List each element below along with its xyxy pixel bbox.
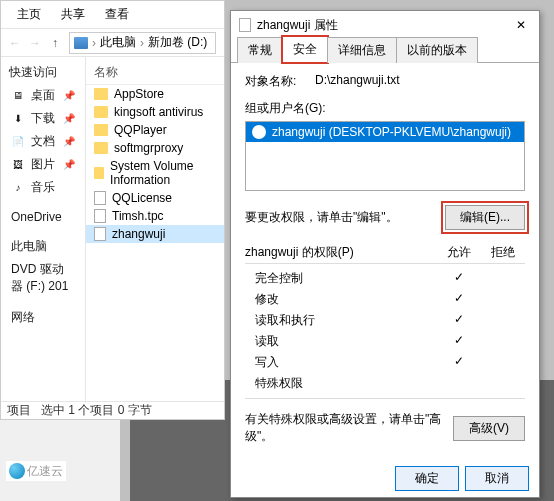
permission-row: 读取 xyxy=(245,331,525,352)
address-bar-row: ← → ↑ › 此电脑 › 新加卷 (D:) xyxy=(1,29,224,57)
folder-icon xyxy=(94,106,108,118)
pc-icon xyxy=(74,37,88,49)
address-bar[interactable]: › 此电脑 › 新加卷 (D:) xyxy=(69,32,216,54)
explorer-window: 主页 共享 查看 ← → ↑ › 此电脑 › 新加卷 (D:) 快速访问 🖥桌面… xyxy=(0,0,225,420)
file-row[interactable]: zhangwuji xyxy=(86,225,224,243)
file-row[interactable]: AppStore xyxy=(86,85,224,103)
sidebar-item-thispc[interactable]: 此电脑 xyxy=(1,235,85,258)
desktop-icon: 🖥 xyxy=(11,89,25,103)
tab-view[interactable]: 查看 xyxy=(95,3,139,26)
breadcrumb-sep: › xyxy=(140,36,144,50)
status-items: 项目 xyxy=(7,402,31,419)
dialog-title: zhangwuji 属性 xyxy=(257,17,505,34)
deny-check xyxy=(481,375,525,392)
file-name: softmgrproxy xyxy=(114,141,183,155)
permission-label: 完全控制 xyxy=(245,270,437,287)
tab-security[interactable]: 安全 xyxy=(282,36,328,63)
sidebar-item-pictures[interactable]: 🖼图片📌 xyxy=(1,153,85,176)
user-list[interactable]: zhangwuji (DESKTOP-PKLVEMU\zhangwuji) xyxy=(245,121,525,191)
breadcrumb-sep: › xyxy=(92,36,96,50)
tab-share[interactable]: 共享 xyxy=(51,3,95,26)
permission-label: 特殊权限 xyxy=(245,375,437,392)
file-name: QQLicense xyxy=(112,191,172,205)
file-icon xyxy=(239,18,251,32)
globe-icon xyxy=(9,463,25,479)
file-list: 名称 AppStorekingsoft antivirusQQPlayersof… xyxy=(86,57,224,403)
permissions-header: zhangwuji 的权限(P) xyxy=(245,244,437,261)
sidebar-item-desktop[interactable]: 🖥桌面📌 xyxy=(1,84,85,107)
edit-button[interactable]: 编辑(E)... xyxy=(445,205,525,230)
breadcrumb-drive[interactable]: 新加卷 (D:) xyxy=(148,34,207,51)
pin-icon: 📌 xyxy=(63,90,75,101)
allow-check xyxy=(437,354,481,371)
deny-check xyxy=(481,270,525,287)
advanced-hint: 有关特殊权限或高级设置，请单击"高级"。 xyxy=(245,411,453,445)
file-row[interactable]: kingsoft antivirus xyxy=(86,103,224,121)
deny-check xyxy=(481,312,525,329)
permission-row: 修改 xyxy=(245,289,525,310)
dialog-titlebar: zhangwuji 属性 ✕ xyxy=(231,11,539,39)
cancel-button[interactable]: 取消 xyxy=(465,466,529,491)
ok-button[interactable]: 确定 xyxy=(395,466,459,491)
permission-row: 特殊权限 xyxy=(245,373,525,394)
file-name: System Volume Information xyxy=(110,159,216,187)
allow-check xyxy=(437,291,481,308)
file-name: kingsoft antivirus xyxy=(114,105,203,119)
object-name-value: D:\zhangwuji.txt xyxy=(315,73,400,90)
deny-check xyxy=(481,354,525,371)
sidebar-item-onedrive[interactable]: OneDrive xyxy=(1,207,85,227)
permission-label: 读取和执行 xyxy=(245,312,437,329)
pin-icon: 📌 xyxy=(63,113,75,124)
nav-back-icon[interactable]: ← xyxy=(5,33,25,53)
file-icon xyxy=(94,227,106,241)
user-list-item[interactable]: zhangwuji (DESKTOP-PKLVEMU\zhangwuji) xyxy=(246,122,524,142)
permission-row: 读取和执行 xyxy=(245,310,525,331)
user-name: zhangwuji (DESKTOP-PKLVEMU\zhangwuji) xyxy=(272,125,511,139)
explorer-sidebar: 快速访问 🖥桌面📌 ⬇下载📌 📄文档📌 🖼图片📌 ♪音乐 OneDrive 此电… xyxy=(1,57,86,403)
document-icon: 📄 xyxy=(11,135,25,149)
permission-row: 写入 xyxy=(245,352,525,373)
sidebar-item-label: OneDrive xyxy=(11,210,62,224)
nav-up-icon[interactable]: ↑ xyxy=(45,33,65,53)
breadcrumb-pc[interactable]: 此电脑 xyxy=(100,34,136,51)
file-row[interactable]: softmgrproxy xyxy=(86,139,224,157)
permission-label: 写入 xyxy=(245,354,437,371)
file-row[interactable]: System Volume Information xyxy=(86,157,224,189)
column-header-name[interactable]: 名称 xyxy=(86,61,224,85)
allow-check xyxy=(437,375,481,392)
sidebar-item-label: 桌面 xyxy=(31,87,55,104)
deny-header: 拒绝 xyxy=(481,244,525,261)
sidebar-item-dvd[interactable]: DVD 驱动器 (F:) 201 xyxy=(1,258,85,298)
tab-general[interactable]: 常规 xyxy=(237,37,283,63)
tab-home[interactable]: 主页 xyxy=(7,3,51,26)
pin-icon: 📌 xyxy=(63,136,75,147)
advanced-button[interactable]: 高级(V) xyxy=(453,416,525,441)
user-icon xyxy=(252,125,266,139)
sidebar-item-label: 图片 xyxy=(31,156,55,173)
quick-access-header[interactable]: 快速访问 xyxy=(1,61,85,84)
file-row[interactable]: QQPlayer xyxy=(86,121,224,139)
sidebar-item-label: 文档 xyxy=(31,133,55,150)
pin-icon: 📌 xyxy=(63,159,75,170)
tab-previous[interactable]: 以前的版本 xyxy=(396,37,478,63)
sidebar-item-music[interactable]: ♪音乐 xyxy=(1,176,85,199)
object-name-label: 对象名称: xyxy=(245,73,305,90)
deny-check xyxy=(481,291,525,308)
sidebar-item-downloads[interactable]: ⬇下载📌 xyxy=(1,107,85,130)
file-name: zhangwuji xyxy=(112,227,165,241)
file-row[interactable]: QQLicense xyxy=(86,189,224,207)
sidebar-item-label: 此电脑 xyxy=(11,238,47,255)
nav-forward-icon[interactable]: → xyxy=(25,33,45,53)
sidebar-item-network[interactable]: 网络 xyxy=(1,306,85,329)
sidebar-item-label: 网络 xyxy=(11,309,35,326)
allow-check xyxy=(437,312,481,329)
file-row[interactable]: Timsh.tpc xyxy=(86,207,224,225)
tab-details[interactable]: 详细信息 xyxy=(327,37,397,63)
sidebar-item-documents[interactable]: 📄文档📌 xyxy=(1,130,85,153)
status-bar: 项目 选中 1 个项目 0 字节 xyxy=(1,401,224,419)
permission-row: 完全控制 xyxy=(245,268,525,289)
edit-hint: 要更改权限，请单击"编辑"。 xyxy=(245,209,398,226)
close-icon[interactable]: ✕ xyxy=(511,18,531,32)
folder-icon xyxy=(94,88,108,100)
file-icon xyxy=(94,209,106,223)
